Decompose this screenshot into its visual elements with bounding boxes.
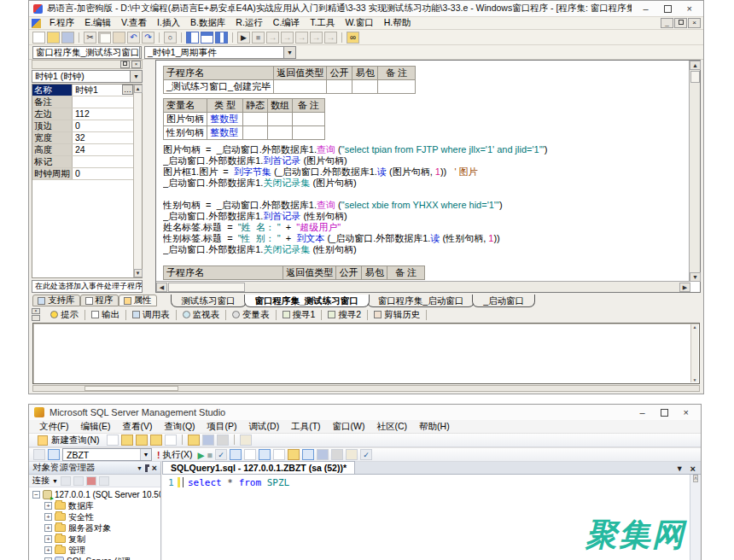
- query-document-tab[interactable]: SQLQuery1.sql - 127.0.0.1.ZBZT (sa (52))…: [162, 461, 355, 474]
- expand-icon[interactable]: +: [44, 524, 52, 532]
- sql-code-line[interactable]: select * from SPZL: [188, 477, 289, 488]
- elang-menu-item[interactable]: V.查看: [116, 17, 152, 29]
- ssms-menu-item[interactable]: 查看(V): [116, 421, 158, 433]
- elang-menu-item[interactable]: T.工具: [305, 17, 340, 29]
- mail-icon[interactable]: [240, 435, 252, 446]
- tab-list-icon[interactable]: ▼: [676, 464, 684, 473]
- elang-menu-item[interactable]: W.窗口: [341, 17, 379, 29]
- run-icon[interactable]: [237, 32, 250, 44]
- panel-restore-icon[interactable]: [120, 61, 130, 68]
- mail-icon[interactable]: [346, 449, 358, 460]
- code-editor-vertical-scrollbar[interactable]: ▲ ▼: [689, 61, 700, 282]
- folder-icon[interactable]: [188, 435, 200, 446]
- tree-node[interactable]: +数据库: [29, 500, 160, 511]
- check-icon[interactable]: [360, 449, 372, 460]
- ssms-menu-item[interactable]: 帮助(H): [413, 421, 456, 433]
- code-line[interactable]: 性别标签.标题 = "性 别： " + 到文本 (_启动窗口.外部数据库1.读 …: [163, 233, 682, 244]
- disconnect-icon[interactable]: [73, 476, 84, 486]
- page2-icon[interactable]: [165, 435, 177, 446]
- code-line[interactable]: 图片框1.图片 = 到字节集 (_启动窗口.外部数据库1.读 (图片句柄, 1)…: [163, 166, 682, 178]
- chevron-down-icon[interactable]: ▼: [283, 47, 295, 58]
- add-event-handler-combo[interactable]: 在此处选择加入事件处理子程序 ▼: [32, 280, 143, 293]
- debug2-icon[interactable]: [281, 32, 294, 44]
- output-tab-calls[interactable]: 调用表: [126, 310, 177, 320]
- output-tab-search1[interactable]: 搜寻1: [277, 310, 323, 320]
- property-value[interactable]: 时钟1…: [73, 85, 133, 96]
- property-value[interactable]: 112: [73, 108, 133, 120]
- redo-icon[interactable]: [142, 32, 154, 44]
- ssms-menu-item[interactable]: 项目(P): [201, 421, 243, 433]
- table-row[interactable]: _测试练习窗口_尺寸被改变: [164, 280, 425, 281]
- panel-tab-program[interactable]: 程序: [80, 295, 119, 306]
- tree-node[interactable]: +SQL Server 代理: [29, 556, 160, 560]
- elang-menu-item[interactable]: E.编辑: [79, 17, 116, 29]
- tree-node[interactable]: +服务器对象: [29, 522, 160, 534]
- stop-icon[interactable]: [86, 476, 96, 486]
- pin-icon[interactable]: [145, 464, 149, 472]
- property-value[interactable]: 0: [73, 168, 133, 179]
- output-tab-search2[interactable]: 搜寻2: [322, 310, 368, 320]
- code-line[interactable]: _启动窗口.外部数据库1.到首记录 (图片句柄): [163, 155, 682, 166]
- tree-node-server[interactable]: −127.0.0.1 (SQL Server 10.50.1600: [29, 489, 160, 500]
- chevron-down-icon[interactable]: ▼: [139, 47, 142, 58]
- code-line[interactable]: _启动窗口.外部数据库1.到首记录 (性别句柄): [163, 211, 682, 222]
- check-icon[interactable]: [215, 449, 227, 460]
- undo-icon[interactable]: [127, 32, 140, 44]
- code-line[interactable]: _启动窗口.外部数据库1.关闭记录集 (图片句柄): [163, 178, 682, 189]
- property-value[interactable]: 32: [73, 132, 133, 143]
- code-line[interactable]: 图片句柄 = _启动窗口.外部数据库1.查询 ("select tpian fr…: [163, 144, 682, 155]
- scrollbar-thumb[interactable]: [84, 386, 178, 391]
- component-selector-combo[interactable]: 时钟1 (时钟) ▼: [32, 70, 143, 83]
- output-tab-output[interactable]: 输出: [85, 310, 126, 320]
- panel-dock-icon[interactable]: [32, 315, 40, 321]
- boxed-icon[interactable]: [302, 449, 314, 460]
- refresh-icon[interactable]: [61, 476, 71, 486]
- code-editor-horizontal-scrollbar[interactable]: ◀ ▶: [156, 281, 690, 292]
- panel-tab-property[interactable]: 属性: [119, 295, 157, 306]
- code-line[interactable]: _启动窗口.外部数据库1.关闭记录集 (性别句柄): [163, 244, 682, 255]
- folder-icon[interactable]: [288, 449, 300, 460]
- output-tab-hint[interactable]: 提示: [44, 310, 85, 320]
- elang-menu-item[interactable]: F.程序: [44, 17, 79, 29]
- mdi-close-icon[interactable]: ×: [688, 18, 701, 28]
- ssms-menu-item[interactable]: 查询(Q): [158, 421, 201, 433]
- panel-close-icon[interactable]: ×: [32, 308, 40, 314]
- cut-icon[interactable]: [84, 32, 96, 44]
- elang-menu-item[interactable]: H.帮助: [379, 17, 417, 29]
- close-icon[interactable]: ×: [152, 463, 157, 473]
- output-tab-watch[interactable]: 监视表: [177, 310, 227, 320]
- boxed-icon[interactable]: [259, 449, 271, 460]
- chevron-down-icon[interactable]: ▼: [130, 71, 142, 82]
- document-tab[interactable]: _启动窗口: [472, 295, 535, 307]
- ssms-menu-item[interactable]: 文件(F): [33, 421, 74, 433]
- connect-button[interactable]: 连接: [32, 475, 50, 487]
- filter-icon[interactable]: [99, 476, 109, 486]
- panel-tab-library[interactable]: 支持库: [32, 295, 80, 306]
- minimize-icon[interactable]: –: [639, 407, 644, 417]
- document-tab[interactable]: 窗口程序集_测试练习窗口: [244, 295, 370, 307]
- ssms-menu-item[interactable]: 调试(D): [243, 421, 286, 433]
- expand-icon[interactable]: +: [44, 513, 52, 521]
- close-icon[interactable]: ×: [687, 3, 692, 14]
- expand-icon[interactable]: +: [44, 502, 52, 510]
- change-connection-icon[interactable]: [48, 449, 60, 460]
- output-tab-history[interactable]: 剪辑历史: [368, 310, 427, 320]
- connection-icon[interactable]: [33, 449, 45, 460]
- tree-node[interactable]: +安全性: [29, 511, 160, 522]
- assembly-combo[interactable]: 窗口程序集_测试练习窗口 ▼: [32, 46, 142, 59]
- print-icon[interactable]: [331, 449, 343, 460]
- document-tab[interactable]: 测试练习窗口: [171, 295, 247, 307]
- code-editor[interactable]: 子程序名返回值类型公开易包备 注_测试练习窗口_创建完毕变量名类 型静态数组备 …: [155, 60, 701, 293]
- event-combo[interactable]: _时钟1_周期事件 ▼: [144, 46, 296, 59]
- save-icon[interactable]: [202, 435, 214, 446]
- execute-button[interactable]: ! 执行(X): [154, 449, 195, 461]
- code-line[interactable]: 性别句柄 = _启动窗口.外部数据库1.查询 ("select xbie fro…: [163, 200, 682, 211]
- ssms-titlebar[interactable]: Microsoft SQL Server Management Studio –…: [29, 405, 701, 420]
- layout-split-icon[interactable]: [201, 32, 213, 44]
- output-tab-vars[interactable]: 变量表: [226, 310, 277, 320]
- stop-icon[interactable]: [252, 32, 265, 44]
- debug1-icon[interactable]: [266, 32, 279, 44]
- code-line[interactable]: 姓名标签.标题 = "姓 名： " + "超级用户": [163, 222, 682, 233]
- property-value[interactable]: 0: [73, 120, 133, 131]
- layout-grid-icon[interactable]: [215, 32, 228, 44]
